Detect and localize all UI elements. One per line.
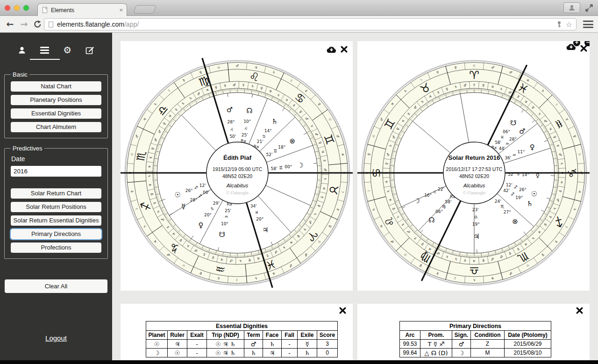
planetary-positions-button[interactable]: Planetary Positions [11,95,101,105]
planet-position-label: 28° [228,120,235,124]
reload-button[interactable] [31,18,43,30]
gear-icon: ⚙ [63,45,71,55]
north-node-glyph: ☊ [428,216,434,224]
table-cell: △ ☊ (D) [420,349,452,357]
data-table: Primary DirectionsArcProm.Sign.Condition… [399,321,551,357]
chart-house-system: Alcabitus [463,183,485,188]
term-glyph: ♄ [239,259,242,263]
table-cell: ♂ [452,340,471,349]
table-cell: - [282,349,298,357]
table-header-cell: Exalt [187,331,207,340]
planet-position-label: 25' [242,133,248,137]
profile-button[interactable] [563,2,580,13]
planet-position-label: ♒ [513,153,516,157]
planet-position-label: 14° [522,172,529,177]
planet-position-label: ♐ [198,194,202,199]
planet-position-label: 50' [229,134,236,139]
tab-settings[interactable]: ⚙ [59,45,75,55]
table-row: ☉♃-☉ ♃ ♄♂♄-☿3 [146,340,338,349]
table-header-cell: Date (Ptolomy) [505,331,551,340]
planet-position-label: 10° [243,119,251,124]
term-glyph: ♀ [482,84,485,87]
term-glyph: ♂ [233,83,236,87]
table-cell: ♃ [168,340,187,349]
chart-watermark: © Flatangle [226,190,249,195]
solar-return-essential-dignities-button[interactable]: Solar Return Essential Dignities [11,215,101,226]
browser-toolbar: ← → elements.flatangle.com/app/ ☆ [0,16,598,33]
planet-position-label: 42' [503,188,510,193]
table-title: Essential Dignities [146,321,338,331]
window-close-button[interactable] [5,5,10,11]
term-glyph: ♃ [148,165,151,168]
zodiac-sign-glyph: ♎ [469,264,479,277]
solar-return-chart-button[interactable]: Solar Return Chart [11,188,101,199]
zodiac-sign-glyph: ♈ [469,69,479,82]
chart-datetime: 2016/12/17 17:27:53 UTC [446,166,503,172]
mercury-glyph: ☿ [535,171,540,179]
clear-all-button[interactable]: Clear All [5,279,107,293]
browser-menu-icon[interactable] [583,20,594,29]
saturn-glyph: ♄ [271,117,278,126]
moon-glyph: ☽ [297,161,303,170]
venus-glyph: ♀ [198,221,203,229]
tab-title: Elements [51,7,116,14]
back-button[interactable]: ← [4,18,16,30]
table-header-cell: Trip (NDP) [207,331,244,340]
chart-almutem-button[interactable]: Chart Almutem [11,122,101,132]
table-cell: ☉ [146,340,168,349]
profections-button[interactable]: Profections [11,243,101,253]
primary-directions-button[interactable]: Primary Directions [11,229,101,239]
close-icon[interactable] [576,307,584,314]
bookmark-star-icon[interactable]: ☆ [566,20,572,29]
url-bar[interactable]: elements.flatangle.com/app/ ☆ [44,18,577,30]
chart-title: Solar Return 2016 [448,154,500,161]
forward-button[interactable]: → [18,18,30,30]
date-input[interactable] [11,166,101,177]
planet-position-label: 52' [508,172,514,177]
south-node-glyph: ☋ [510,119,516,127]
solar-return-positions-button[interactable]: Solar Return Positions [11,202,101,212]
essential-dignities-panel: Essential DignitiesPlanetRulerExaltTrip … [121,304,353,360]
planet-position-label: ♎ [474,214,477,219]
new-tab-button[interactable] [133,5,157,14]
natal-chart-panel: ♈♂☉♀♃♀☿♂♄♉☿☽♄♀☿♃♄♂♊♃♂☉☿♃♀♂♄♋♀☿☽♂♀☿♃♄♌♄♃♂… [121,41,353,291]
term-glyph: ♄ [148,174,151,178]
tab-notes[interactable] [82,45,98,55]
table-header-row: ArcProm.Sign.ConditionDate (Ptolomy) [400,331,551,340]
window-zoom-button[interactable] [23,5,29,11]
essential-dignities-button[interactable]: Essential Dignities [11,108,101,119]
download-with-add[interactable]: + [565,43,577,53]
zoom-in-icon[interactable]: + [573,41,580,46]
close-icon[interactable] [340,45,348,53]
term-glyph: ☿ [242,83,245,87]
planet-position-label: 28° [509,137,517,142]
fullscreen-icon[interactable] [585,4,593,12]
close-with-remove[interactable]: − [580,43,588,54]
key-icon[interactable] [555,21,563,29]
sun-glyph: ☉ [531,190,537,198]
close-icon[interactable] [339,307,347,314]
logout-link[interactable]: Logout [0,334,112,342]
table-header-cell: Fall [282,331,298,340]
moon-glyph: ☽ [414,197,420,205]
planet-position-label: 28° [190,198,198,202]
table-cell: ☉ [168,349,187,357]
planet-position-label: ♓ [255,210,258,215]
term-glyph: ♂ [323,168,327,171]
term-glyph: ♃ [385,180,389,184]
sidebar: ⚙ Basic Natal Chart Planetary Positions … [0,33,112,360]
chart-title: Édith Piaf [223,154,252,161]
planet-position-label: 23' [472,207,479,212]
tab-charts[interactable] [37,45,53,55]
planet-position-label: 34' [250,204,257,208]
window-minimize-button[interactable] [14,5,20,11]
tab-close-icon[interactable]: × [119,7,123,13]
download-icon[interactable] [326,45,337,54]
decan-glyph: ♄ [473,278,476,282]
table-title-row: Primary Directions [400,321,551,331]
tab-profile[interactable] [14,45,30,55]
browser-tab[interactable]: Elements × [37,3,127,16]
decan-glyph: ☉ [473,64,476,68]
natal-chart-button[interactable]: Natal Chart [11,81,101,92]
term-glyph: ☿ [473,83,475,87]
